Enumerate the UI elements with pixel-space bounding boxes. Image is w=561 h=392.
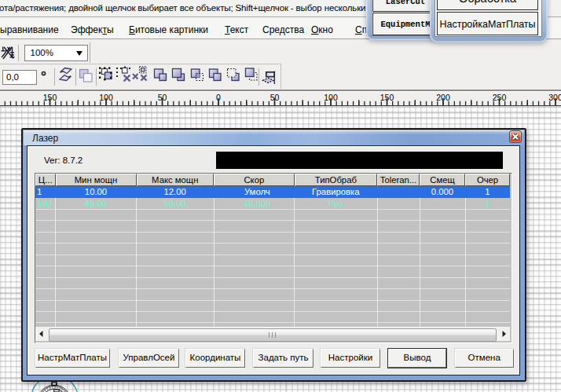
svg-text:300: 300 bbox=[548, 92, 561, 101]
